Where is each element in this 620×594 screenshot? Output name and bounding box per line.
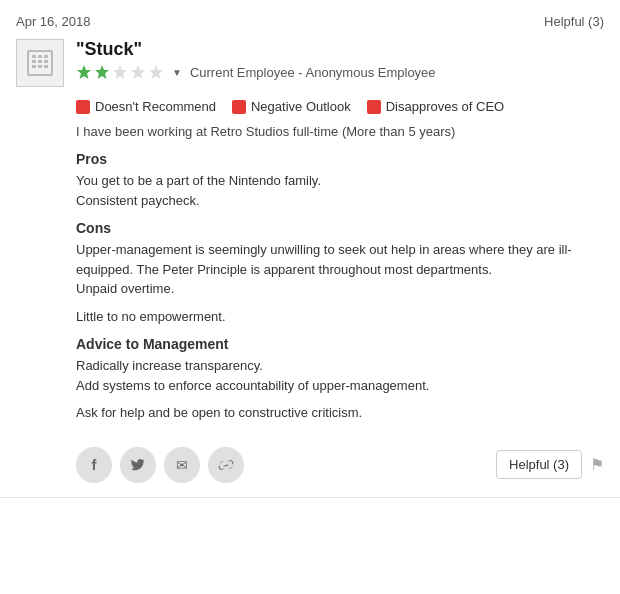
svg-marker-11	[95, 65, 109, 79]
review-date: Apr 16, 2018	[16, 14, 90, 29]
flag-icon[interactable]: ⚑	[590, 455, 604, 474]
svg-rect-6	[44, 60, 48, 63]
rating-dropdown[interactable]: ▼	[172, 67, 182, 78]
review-card: Apr 16, 2018 Helpful (3) "Stuck"	[0, 0, 620, 498]
badge-negative-outlook: Negative Outlook	[232, 99, 351, 114]
bottom-right: Helpful (3) ⚑	[496, 450, 604, 479]
employment-line: I have been working at Retro Studios ful…	[76, 124, 604, 139]
badge-dot-1	[76, 100, 90, 114]
pros-title: Pros	[76, 151, 604, 167]
badge-label-3: Disapproves of CEO	[386, 99, 505, 114]
badge-label-1: Doesn't Recommend	[95, 99, 216, 114]
cons-section: Cons Upper-management is seemingly unwil…	[76, 220, 604, 326]
badges-row: Doesn't Recommend Negative Outlook Disap…	[76, 99, 604, 114]
social-icons: f ✉	[76, 447, 244, 483]
cons-text: Upper-management is seemingly unwilling …	[76, 240, 604, 299]
helpful-button[interactable]: Helpful (3)	[496, 450, 582, 479]
email-share-button[interactable]: ✉	[164, 447, 200, 483]
copy-link-button[interactable]	[208, 447, 244, 483]
company-logo	[16, 39, 64, 87]
review-body: I have been working at Retro Studios ful…	[76, 124, 604, 483]
star-5	[148, 64, 164, 80]
review-title: "Stuck"	[76, 39, 604, 60]
svg-rect-7	[32, 65, 36, 68]
star-3	[112, 64, 128, 80]
advice-section: Advice to Management Radically increase …	[76, 336, 604, 423]
star-rating	[76, 64, 164, 80]
svg-rect-1	[32, 55, 36, 58]
svg-marker-14	[149, 65, 163, 79]
badge-doesnt-recommend: Doesn't Recommend	[76, 99, 216, 114]
review-header: "Stuck" ▼ Current Employee - Anonymous E…	[16, 39, 604, 87]
pros-section: Pros You get to be a part of the Nintend…	[76, 151, 604, 210]
cons-text-2: Little to no empowerment.	[76, 307, 604, 327]
pros-text: You get to be a part of the Nintendo fam…	[76, 171, 604, 210]
advice-title: Advice to Management	[76, 336, 604, 352]
svg-rect-4	[32, 60, 36, 63]
svg-marker-12	[113, 65, 127, 79]
star-4	[130, 64, 146, 80]
bottom-bar: f ✉ Helpful (3) ⚑	[76, 437, 604, 483]
logo-icon	[24, 47, 56, 79]
review-meta: "Stuck" ▼ Current Employee - Anonymous E…	[76, 39, 604, 80]
svg-rect-2	[38, 55, 42, 58]
svg-rect-5	[38, 60, 42, 63]
advice-text-1: Radically increase transparency.Add syst…	[76, 356, 604, 395]
helpful-count-top: Helpful (3)	[544, 14, 604, 29]
badge-disapproves-ceo: Disapproves of CEO	[367, 99, 505, 114]
svg-rect-9	[44, 65, 48, 68]
advice-text-2: Ask for help and be open to constructive…	[76, 403, 604, 423]
star-1	[76, 64, 92, 80]
twitter-share-button[interactable]	[120, 447, 156, 483]
badge-label-2: Negative Outlook	[251, 99, 351, 114]
badge-dot-3	[367, 100, 381, 114]
employee-type: Current Employee - Anonymous Employee	[190, 65, 436, 80]
cons-title: Cons	[76, 220, 604, 236]
svg-rect-8	[38, 65, 42, 68]
top-bar: Apr 16, 2018 Helpful (3)	[16, 14, 604, 29]
rating-row: ▼ Current Employee - Anonymous Employee	[76, 64, 604, 80]
star-2	[94, 64, 110, 80]
badge-dot-2	[232, 100, 246, 114]
facebook-share-button[interactable]: f	[76, 447, 112, 483]
svg-rect-3	[44, 55, 48, 58]
svg-marker-10	[77, 65, 91, 79]
svg-marker-13	[131, 65, 145, 79]
